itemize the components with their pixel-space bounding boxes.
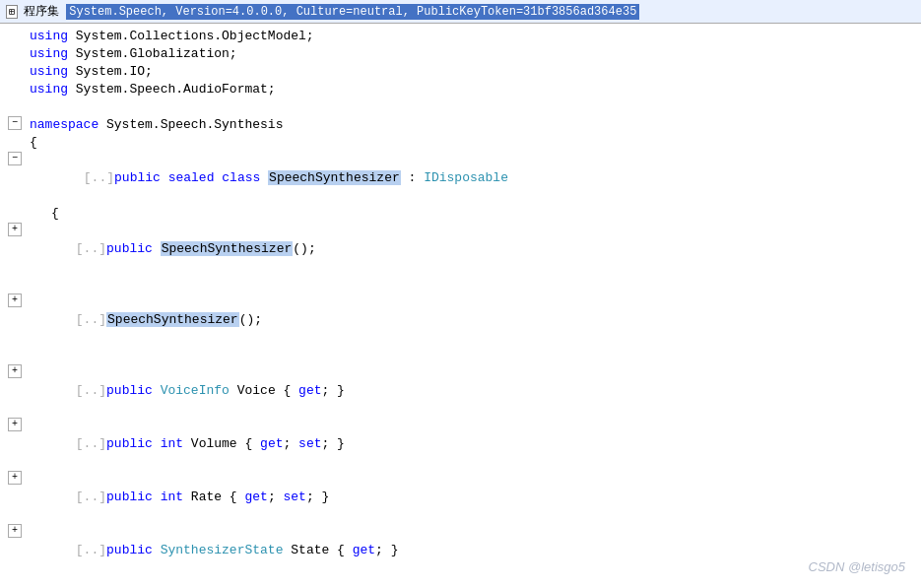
line-state-prop: + [..]public SynthesizerState State { ge…	[0, 524, 921, 577]
code-content: [..]public SpeechSynthesizer();	[30, 223, 919, 276]
line-using-3: using System.IO;	[0, 63, 921, 81]
top-bar: ⊞ 程序集 System.Speech, Version=4.0.0.0, Cu…	[0, 0, 921, 24]
code-area: using System.Collections.ObjectModel; us…	[0, 24, 921, 588]
collapse-namespace[interactable]: −	[8, 116, 22, 130]
gutter: +	[2, 294, 30, 307]
line-blank-4	[0, 577, 921, 588]
line-namespace: − namespace System.Speech.Synthesis	[0, 116, 921, 134]
assembly-prefix: 程序集	[24, 5, 59, 19]
expand-volume[interactable]: +	[8, 418, 22, 431]
line-using-2: using System.Globalization;	[0, 45, 921, 63]
code-content: [..]public int Rate { get; set; }	[30, 471, 919, 524]
code-content: using System.Globalization;	[30, 45, 919, 63]
line-blank-2	[0, 276, 921, 294]
code-content: using System.IO;	[30, 63, 919, 81]
gutter: +	[2, 418, 30, 431]
line-volume-prop: + [..]public int Volume { get; set; }	[0, 418, 921, 471]
watermark: CSDN @letisgo5	[809, 558, 905, 576]
code-content: [..]SpeechSynthesizer();	[30, 294, 919, 347]
expand-destructor[interactable]: +	[8, 294, 22, 307]
assembly-highlight: System.Speech, Version=4.0.0.0, Culture=…	[66, 4, 639, 20]
gutter: −	[2, 116, 30, 130]
gutter: +	[2, 471, 30, 485]
expand-rate[interactable]: +	[8, 471, 22, 485]
code-content: [..]public SynthesizerState State { get;…	[30, 524, 919, 577]
gutter: +	[2, 364, 30, 378]
expand-state[interactable]: +	[8, 524, 22, 538]
expand-constructor[interactable]: +	[8, 223, 22, 236]
code-content: {	[51, 205, 919, 223]
gutter: +	[2, 524, 30, 538]
code-content: using System.Collections.ObjectModel;	[30, 28, 919, 45]
line-open-brace-2: {	[0, 205, 921, 223]
code-content: [..]public sealed class SpeechSynthesize…	[30, 152, 919, 205]
line-destructor: + [..]SpeechSynthesizer();	[0, 294, 921, 347]
expand-voice[interactable]: +	[8, 364, 22, 378]
line-blank-3	[0, 347, 921, 364]
line-rate-prop: + [..]public int Rate { get; set; }	[0, 471, 921, 524]
assembly-label: 程序集 System.Speech, Version=4.0.0.0, Cult…	[24, 3, 639, 20]
code-content: [..]public int Volume { get; set; }	[30, 418, 919, 471]
code-content: namespace System.Speech.Synthesis	[30, 116, 919, 134]
collapse-class[interactable]: −	[8, 152, 22, 165]
line-class: − [..]public sealed class SpeechSynthesi…	[0, 152, 921, 205]
line-constructor: + [..]public SpeechSynthesizer();	[0, 223, 921, 276]
gutter: +	[2, 223, 30, 236]
code-content: {	[30, 134, 919, 152]
code-content: using System.Speech.AudioFormat;	[30, 81, 919, 98]
line-using-1: using System.Collections.ObjectModel;	[0, 28, 921, 45]
line-blank-1	[0, 98, 921, 116]
expand-icon[interactable]: ⊞	[6, 5, 18, 19]
line-voice-prop: + [..]public VoiceInfo Voice { get; }	[0, 364, 921, 418]
line-open-brace-1: {	[0, 134, 921, 152]
line-using-4: using System.Speech.AudioFormat;	[0, 81, 921, 98]
gutter: −	[2, 152, 30, 165]
code-content: [..]public VoiceInfo Voice { get; }	[30, 364, 919, 418]
